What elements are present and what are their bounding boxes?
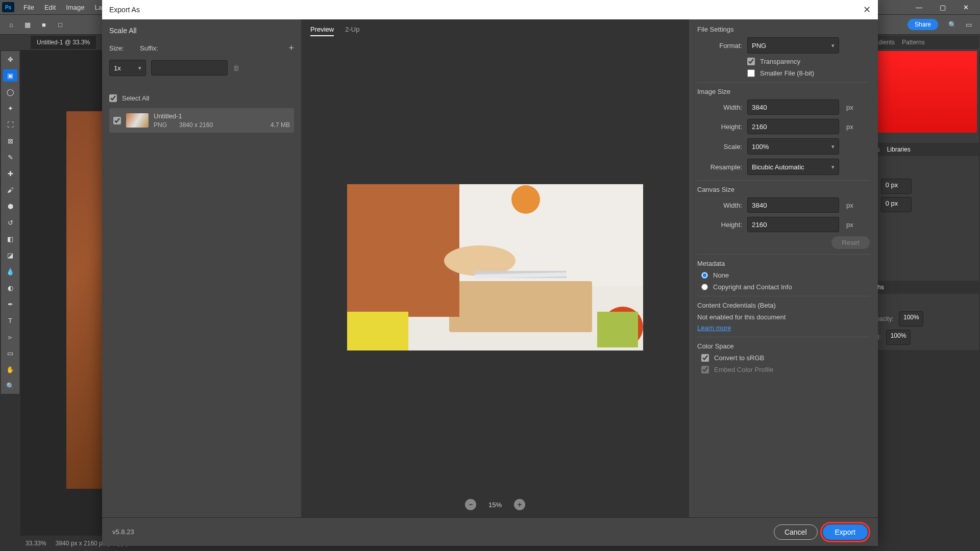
y-input[interactable]: 0 px xyxy=(881,197,912,212)
resample-label: Resample: xyxy=(697,163,742,171)
asset-row[interactable]: Untitled-1 PNG 3840 x 2160 4.7 MB xyxy=(109,108,294,133)
x-input[interactable]: 0 px xyxy=(881,179,912,194)
smaller-file-label: Smaller File (8-bit) xyxy=(760,69,814,77)
zoom-out-icon[interactable]: − xyxy=(465,499,476,510)
wand-tool-icon[interactable]: ✦ xyxy=(3,102,17,114)
eyedropper-tool-icon[interactable]: ✎ xyxy=(3,151,17,163)
canvas-size-heading: Canvas Size xyxy=(697,180,870,193)
history-brush-icon[interactable]: ↺ xyxy=(3,216,17,229)
blur-tool-icon[interactable]: 💧 xyxy=(3,265,17,278)
dialog-close-icon[interactable]: ✕ xyxy=(863,4,871,15)
export-dialog: Export As ✕ Scale All Size: Suffix: + 1x… xyxy=(102,0,878,546)
hand-tool-icon[interactable]: ✋ xyxy=(3,363,17,375)
zoom-tool-icon[interactable]: 🔍 xyxy=(3,380,17,392)
mode-fill-icon[interactable]: ■ xyxy=(38,18,50,31)
status-zoom: 33.33% xyxy=(26,540,46,547)
transparency-checkbox[interactable] xyxy=(747,58,755,65)
svg-point-10 xyxy=(511,185,540,214)
gradient-tool-icon[interactable]: ◪ xyxy=(3,249,17,261)
menu-file[interactable]: File xyxy=(18,2,39,13)
type-tool-icon[interactable]: T xyxy=(3,314,17,327)
heal-tool-icon[interactable]: ✚ xyxy=(3,167,17,180)
close-icon[interactable]: ✕ xyxy=(958,2,974,13)
chevron-down-icon: ▾ xyxy=(831,42,835,49)
scale-select[interactable]: 100%▾ xyxy=(747,138,839,155)
delete-scale-icon[interactable]: 🗑 xyxy=(233,64,240,72)
content-credentials-heading: Content Credentials (Beta) xyxy=(697,296,870,309)
format-select[interactable]: PNG▾ xyxy=(747,37,839,54)
shape-tool-icon[interactable]: ▭ xyxy=(3,347,17,359)
tab-libraries[interactable]: Libraries xyxy=(887,146,911,153)
export-button[interactable]: Export xyxy=(823,524,868,540)
px-unit: px xyxy=(846,202,853,209)
marquee-tool-icon[interactable]: ▣ xyxy=(3,69,17,82)
svg-rect-8 xyxy=(597,312,638,347)
lasso-tool-icon[interactable]: ◯ xyxy=(3,86,17,98)
app-logo: Ps xyxy=(2,2,14,12)
stamp-tool-icon[interactable]: ⬢ xyxy=(3,200,17,212)
document-tab[interactable]: Untitled-1 @ 33.3% xyxy=(31,36,96,49)
learn-more-link[interactable]: Learn more xyxy=(697,324,870,332)
dodge-tool-icon[interactable]: ◐ xyxy=(3,282,17,294)
menu-image[interactable]: Image xyxy=(61,2,89,13)
preview-column: Preview 2-Up xyxy=(301,19,689,517)
tool-palette: ✥ ▣ ◯ ✦ ⛶ ⊠ ✎ ✚ 🖌 ⬢ ↺ ◧ ◪ 💧 ◐ ✒ T ▹ ▭ ✋ … xyxy=(1,51,19,394)
maximize-icon[interactable]: ▢ xyxy=(935,2,951,13)
cancel-button[interactable]: Cancel xyxy=(774,524,818,540)
transparency-label: Transparency xyxy=(760,58,800,65)
tab-patterns[interactable]: Patterns xyxy=(902,39,925,46)
marquee-icon[interactable]: ▦ xyxy=(21,18,34,31)
preview-image xyxy=(347,184,643,350)
brush-tool-icon[interactable]: 🖌 xyxy=(3,184,17,196)
dialog-title: Export As xyxy=(109,6,140,14)
resample-select[interactable]: Bicubic Automatic▾ xyxy=(747,159,839,175)
embed-profile-checkbox[interactable] xyxy=(701,366,709,373)
workspace-icon[interactable]: ▭ xyxy=(963,18,975,31)
asset-size: 4.7 MB xyxy=(271,121,290,129)
size-label: Size: xyxy=(109,44,135,52)
crop-tool-icon[interactable]: ⛶ xyxy=(3,118,17,131)
metadata-none-radio[interactable] xyxy=(701,272,708,279)
search-icon[interactable]: 🔍 xyxy=(946,18,959,31)
asset-format: PNG xyxy=(154,121,167,129)
home-icon[interactable]: ⌂ xyxy=(5,18,17,31)
suffix-input[interactable] xyxy=(151,60,228,76)
canvas-height-input[interactable] xyxy=(747,217,839,232)
zoom-in-icon[interactable]: + xyxy=(514,499,525,510)
px-unit: px xyxy=(846,221,853,229)
height-input[interactable] xyxy=(747,119,839,134)
metadata-cc-radio[interactable] xyxy=(701,284,708,290)
chevron-down-icon: ▾ xyxy=(831,164,835,170)
pen-tool-icon[interactable]: ✒ xyxy=(3,298,17,310)
frame-tool-icon[interactable]: ⊠ xyxy=(3,135,17,147)
select-all-checkbox[interactable] xyxy=(109,94,117,102)
smaller-file-checkbox[interactable] xyxy=(747,69,755,77)
asset-thumbnail xyxy=(126,113,149,128)
scale-label: Scale: xyxy=(697,143,742,151)
fill-input[interactable]: 100% xyxy=(886,330,911,345)
mode-outline-icon[interactable]: □ xyxy=(54,18,66,31)
svg-rect-2 xyxy=(449,281,592,332)
path-tool-icon[interactable]: ▹ xyxy=(3,331,17,343)
opacity-input[interactable]: 100% xyxy=(899,311,923,327)
width-label: Width: xyxy=(697,104,742,111)
image-size-heading: Image Size xyxy=(697,82,870,95)
srgb-checkbox[interactable] xyxy=(701,354,709,362)
metadata-heading: Metadata xyxy=(697,254,870,267)
eraser-tool-icon[interactable]: ◧ xyxy=(3,233,17,245)
add-scale-icon[interactable]: + xyxy=(288,43,294,54)
tab-preview[interactable]: Preview xyxy=(310,26,334,36)
size-select[interactable]: 1x▾ xyxy=(109,60,146,76)
move-tool-icon[interactable]: ✥ xyxy=(3,53,17,65)
width-input[interactable] xyxy=(747,99,839,115)
canvas-width-input[interactable] xyxy=(747,197,839,213)
share-button[interactable]: Share xyxy=(908,19,938,30)
menu-edit[interactable]: Edit xyxy=(39,2,61,13)
color-picker[interactable] xyxy=(866,51,977,133)
preview-area[interactable] xyxy=(301,42,689,492)
asset-checkbox[interactable] xyxy=(113,117,121,124)
tab-2up[interactable]: 2-Up xyxy=(345,26,359,36)
assets-column: Scale All Size: Suffix: + 1x▾ 🗑 Select A… xyxy=(102,19,301,517)
minimize-icon[interactable]: — xyxy=(911,2,927,13)
reset-button[interactable]: Reset xyxy=(831,236,870,249)
